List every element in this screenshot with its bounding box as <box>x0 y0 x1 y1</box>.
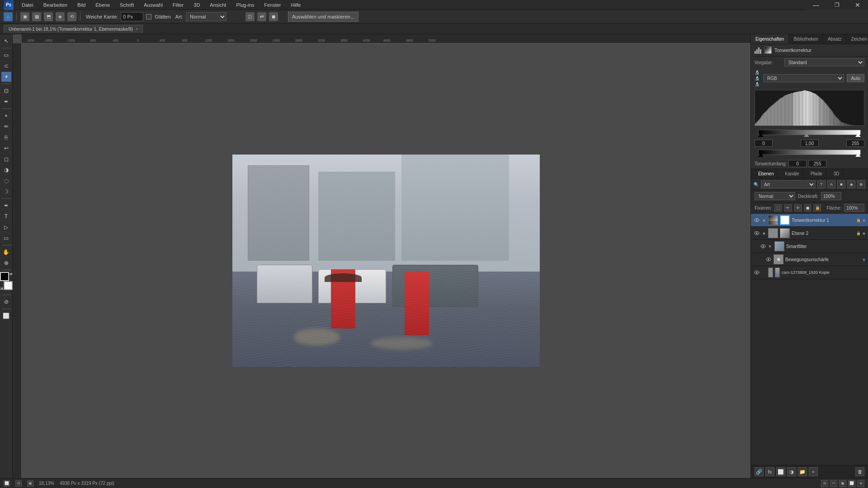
midtone-slider-thumb[interactable] <box>804 133 809 137</box>
layer-prop-link-1[interactable]: ◈ <box>762 217 766 223</box>
status-icon-1[interactable]: ⊟ <box>821 480 828 487</box>
menu-filter[interactable]: Filter <box>171 1 185 9</box>
tool-preset4[interactable]: ◈ <box>56 12 65 21</box>
menu-bild[interactable]: Bild <box>75 1 87 9</box>
tab-pfade[interactable]: Pfade <box>807 169 826 178</box>
menu-bearbeiten[interactable]: Bearbeiten <box>42 1 69 9</box>
layer-prop-link-2[interactable]: ◈ <box>762 230 766 236</box>
input-midtones-value[interactable] <box>801 140 819 147</box>
menu-fenster[interactable]: Fenster <box>262 1 283 9</box>
select-mask-btn[interactable]: Auswählen und maskieren... <box>288 12 359 22</box>
tool-home[interactable]: ⌂ <box>4 12 13 21</box>
layer-item-ebene2[interactable]: ◈ Ebene 2 🔒 ◈ <box>751 227 868 240</box>
output-shadow-thumb[interactable] <box>758 153 764 157</box>
tool-quickmask[interactable]: ⊘ <box>1 297 11 307</box>
tab-ebenen[interactable]: Ebenen <box>755 169 778 178</box>
glatten-checkbox[interactable]: Glätten <box>146 14 170 19</box>
tab-absatz[interactable]: Absatz <box>823 34 847 44</box>
background-color[interactable] <box>4 281 13 290</box>
tool-pen[interactable]: ✒ <box>1 201 11 211</box>
menu-plugins[interactable]: Plug-ins <box>234 1 256 9</box>
menu-ansicht[interactable]: Ansicht <box>208 1 228 9</box>
filter-toggle-3[interactable]: ■ <box>837 180 845 188</box>
output-highlight-thumb[interactable] <box>855 153 861 157</box>
filter-toggle-4[interactable]: ◈ <box>847 180 855 188</box>
close-button[interactable]: ✕ <box>847 0 868 10</box>
lock-artboard[interactable]: ◼ <box>804 204 811 211</box>
menu-hilfe[interactable]: Hilfe <box>289 1 302 9</box>
tool-preset2[interactable]: ▩ <box>32 12 41 21</box>
tool-shape[interactable]: ▭ <box>1 233 11 243</box>
tab-close-icon[interactable]: × <box>136 27 138 31</box>
tonwertumfang-max[interactable] <box>808 160 826 167</box>
tool-clone[interactable]: ⎘ <box>1 132 11 142</box>
tab-3d[interactable]: 3D <box>830 169 844 178</box>
status-icon-4[interactable]: ⬜ <box>848 480 855 487</box>
eyedropper-shadows[interactable]: 🔬 <box>755 70 760 75</box>
layers-group-btn[interactable]: 📁 <box>798 467 807 476</box>
status-icon-3[interactable]: ▣ <box>839 480 846 487</box>
tool-preset1[interactable]: ▣ <box>20 12 29 21</box>
status-icon-2[interactable]: ✏ <box>830 480 837 487</box>
menu-ebene[interactable]: Ebene <box>94 1 112 9</box>
input-highlights-value[interactable] <box>846 140 864 147</box>
layer-visibility-tonwert[interactable] <box>754 217 760 223</box>
channel-select[interactable]: RGB <box>763 74 844 82</box>
document-tab[interactable]: Unbenannt-1 bei 18,1% (Tonwertkorrektur … <box>4 25 143 33</box>
toolbar-icon-b[interactable]: ⇄ <box>257 12 266 21</box>
filter-toggle-5[interactable]: ⊕ <box>857 180 865 188</box>
layer-item-cars[interactable]: cars-1273808_1920 Kopie <box>751 266 868 279</box>
swap-colors-icon[interactable]: ⇄ <box>9 272 13 276</box>
layers-fx-btn[interactable]: fx <box>765 467 774 476</box>
tool-dodge[interactable]: ☽ <box>1 187 11 197</box>
tool-gradient[interactable]: ◑ <box>1 165 11 175</box>
tool-blur[interactable]: ◌ <box>1 176 11 186</box>
layer-item-bewegung[interactable]: ▦ Bewegungsunschärfe ◈ <box>751 253 868 266</box>
tonwertumfang-min[interactable] <box>788 160 807 167</box>
tool-heal[interactable]: ⌖ <box>1 111 11 121</box>
tool-magic-wand[interactable]: ✦ <box>1 72 11 82</box>
filter-toggle-2[interactable]: A <box>827 180 835 188</box>
tool-history[interactable]: ↩ <box>1 143 11 153</box>
default-colors-icon[interactable]: ◪ <box>0 286 3 290</box>
tool-screen-mode[interactable]: ⬜ <box>1 311 11 321</box>
layer-type-filter[interactable]: Art <box>761 180 816 188</box>
menu-auswahl[interactable]: Auswahl <box>142 1 165 9</box>
tab-kanaele[interactable]: Kanäle <box>781 169 803 178</box>
menu-schrift[interactable]: Schrift <box>118 1 136 9</box>
foreground-color[interactable] <box>0 272 9 281</box>
eyedropper-midtones[interactable]: 🔬 <box>755 76 760 80</box>
menu-3d[interactable]: 3D <box>192 1 202 9</box>
tool-select-rect[interactable]: ▭ <box>1 50 11 60</box>
tool-lasso[interactable]: ⊂ <box>1 61 11 71</box>
layer-expand-smart[interactable]: ▼ <box>768 244 773 249</box>
minimize-button[interactable]: — <box>806 0 826 10</box>
fill-input[interactable] <box>844 204 864 212</box>
layer-visibility-smart[interactable] <box>760 243 766 249</box>
lock-transparent[interactable]: ⬚ <box>774 204 782 211</box>
layer-mode-select[interactable]: Normal <box>755 192 795 200</box>
layers-new-btn[interactable]: + <box>809 467 818 476</box>
lock-position[interactable]: ✛ <box>794 204 802 211</box>
status-icon-5[interactable]: ⊕ <box>857 480 864 487</box>
tool-text[interactable]: T <box>1 211 11 221</box>
layer-visibility-cars[interactable] <box>754 269 760 276</box>
tab-zeichen[interactable]: Zeichen <box>846 34 868 44</box>
highlight-slider-thumb[interactable] <box>855 133 861 137</box>
toolbar-icon-a[interactable]: ◫ <box>245 12 255 21</box>
layers-delete-btn[interactable]: 🗑 <box>855 467 864 476</box>
input-shadows-value[interactable] <box>755 140 773 147</box>
lock-all[interactable]: 🔒 <box>814 204 821 211</box>
tool-preset3[interactable]: ⬒ <box>44 12 53 21</box>
auto-btn[interactable]: Auto <box>847 74 864 82</box>
tool-preset5[interactable]: ⟲ <box>67 12 76 21</box>
tab-eigenschaften[interactable]: Eigenschaften <box>751 34 789 44</box>
opacity-input[interactable] <box>821 192 841 200</box>
preset-select[interactable]: Standard <box>784 58 864 66</box>
layer-visibility-ebene2[interactable] <box>754 230 760 236</box>
tool-move[interactable]: ↖ <box>1 36 11 46</box>
maximize-button[interactable]: ❐ <box>826 0 847 10</box>
eyedropper-highlights[interactable]: 🔬 <box>755 82 760 86</box>
toolbar-icon-c[interactable]: ◼ <box>269 12 278 21</box>
tool-crop[interactable]: ⊡ <box>1 86 11 96</box>
